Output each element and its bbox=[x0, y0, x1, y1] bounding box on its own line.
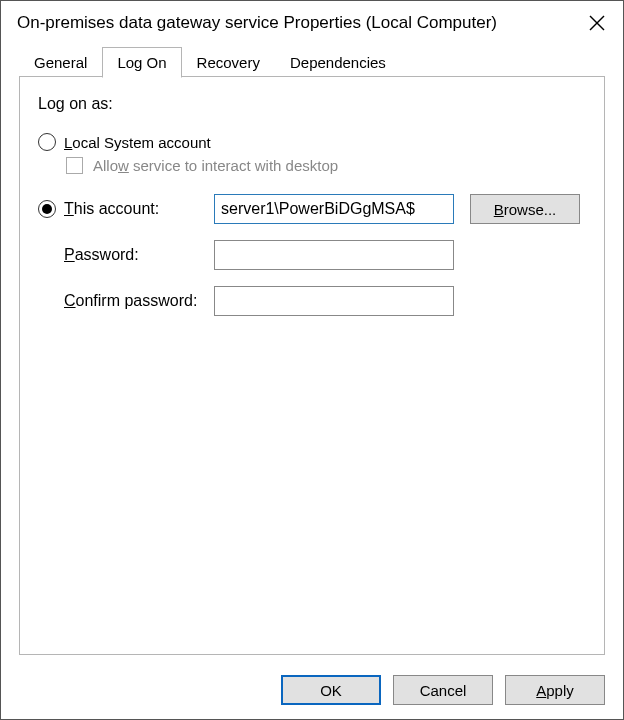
logon-as-label: Log on as: bbox=[38, 95, 586, 113]
this-account-row: This account: Browse... bbox=[38, 194, 586, 224]
confirm-password-input[interactable] bbox=[214, 286, 454, 316]
radio-this-account[interactable] bbox=[38, 200, 56, 218]
account-input[interactable] bbox=[214, 194, 454, 224]
radio-local-system-label: Local System account bbox=[64, 134, 211, 151]
checkbox-interact bbox=[66, 157, 83, 174]
password-row: Password: bbox=[38, 240, 586, 270]
password-label: Password: bbox=[38, 246, 214, 264]
radio-local-system[interactable] bbox=[38, 133, 56, 151]
tab-recovery[interactable]: Recovery bbox=[182, 47, 275, 77]
apply-button[interactable]: Apply bbox=[505, 675, 605, 705]
cancel-button[interactable]: Cancel bbox=[393, 675, 493, 705]
tabpanel-logon: Log on as: Local System account Allow se… bbox=[19, 77, 605, 655]
properties-dialog: On-premises data gateway service Propert… bbox=[0, 0, 624, 720]
dialog-button-bar: OK Cancel Apply bbox=[1, 665, 623, 719]
radio-this-account-area: This account: bbox=[38, 200, 214, 218]
tab-dependencies[interactable]: Dependencies bbox=[275, 47, 401, 77]
radio-local-system-row: Local System account bbox=[38, 133, 586, 151]
confirm-password-label: Confirm password: bbox=[38, 292, 214, 310]
ok-button[interactable]: OK bbox=[281, 675, 381, 705]
radio-this-account-label: This account: bbox=[64, 200, 159, 218]
checkbox-interact-row: Allow service to interact with desktop bbox=[66, 157, 586, 174]
confirm-password-row: Confirm password: bbox=[38, 286, 586, 316]
titlebar: On-premises data gateway service Propert… bbox=[1, 1, 623, 45]
close-icon[interactable] bbox=[585, 11, 609, 35]
tab-general[interactable]: General bbox=[19, 47, 102, 77]
checkbox-interact-label: Allow service to interact with desktop bbox=[93, 157, 338, 174]
window-title: On-premises data gateway service Propert… bbox=[17, 13, 497, 33]
password-input[interactable] bbox=[214, 240, 454, 270]
tabstrip: General Log On Recovery Dependencies bbox=[1, 45, 623, 77]
tab-logon[interactable]: Log On bbox=[102, 47, 181, 78]
browse-button[interactable]: Browse... bbox=[470, 194, 580, 224]
